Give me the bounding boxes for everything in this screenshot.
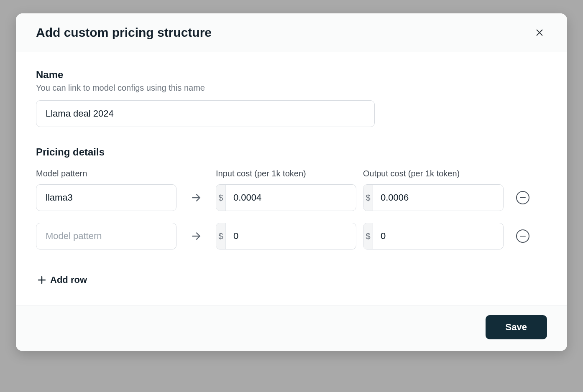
pricing-row: $$ <box>36 223 547 249</box>
modal-footer: Save <box>16 305 567 351</box>
column-headers: Model pattern Input cost (per 1k token) … <box>36 169 547 178</box>
col-header-spacer-end <box>510 169 535 178</box>
arrow-right-icon <box>183 231 209 242</box>
plus-icon <box>37 275 47 285</box>
modal-header: Add custom pricing structure <box>16 13 567 52</box>
pricing-section: Pricing details Model pattern Input cost… <box>36 146 547 287</box>
input-cost: $ <box>216 223 356 249</box>
col-header-output-cost: Output cost (per 1k token) <box>363 169 504 178</box>
arrow-right-icon <box>183 192 209 203</box>
currency-prefix: $ <box>363 185 373 211</box>
remove-row-button[interactable] <box>516 191 529 204</box>
pricing-row: $$ <box>36 184 547 211</box>
minus-icon <box>520 197 526 198</box>
input-cost-input[interactable] <box>226 223 356 249</box>
output-cost-input[interactable] <box>373 223 503 249</box>
output-cost: $ <box>363 184 504 211</box>
currency-prefix: $ <box>363 223 373 249</box>
input-cost: $ <box>216 184 356 211</box>
add-row-button[interactable]: Add row <box>36 273 88 287</box>
name-input[interactable] <box>36 100 375 127</box>
remove-row-button[interactable] <box>516 229 529 243</box>
save-button[interactable]: Save <box>486 315 547 339</box>
pricing-modal: Add custom pricing structure Name You ca… <box>16 13 567 351</box>
close-icon <box>535 28 544 37</box>
output-cost-input[interactable] <box>373 185 503 211</box>
name-subtext: You can link to model configs using this… <box>36 83 547 93</box>
model-pattern-input[interactable] <box>36 184 176 211</box>
output-cost: $ <box>363 223 504 249</box>
name-section: Name You can link to model configs using… <box>36 69 547 127</box>
minus-icon <box>520 236 526 237</box>
name-heading: Name <box>36 69 547 81</box>
currency-prefix: $ <box>216 223 226 249</box>
col-header-input-cost: Input cost (per 1k token) <box>216 169 356 178</box>
modal-title: Add custom pricing structure <box>36 25 212 40</box>
col-header-pattern: Model pattern <box>36 169 176 178</box>
col-header-spacer <box>183 169 209 178</box>
currency-prefix: $ <box>216 185 226 211</box>
pricing-heading: Pricing details <box>36 146 547 158</box>
close-button[interactable] <box>532 25 547 40</box>
add-row-label: Add row <box>50 275 87 285</box>
modal-body: Name You can link to model configs using… <box>16 52 567 305</box>
input-cost-input[interactable] <box>226 185 356 211</box>
model-pattern-input[interactable] <box>36 223 176 249</box>
pricing-rows: $$$$ <box>36 184 547 249</box>
